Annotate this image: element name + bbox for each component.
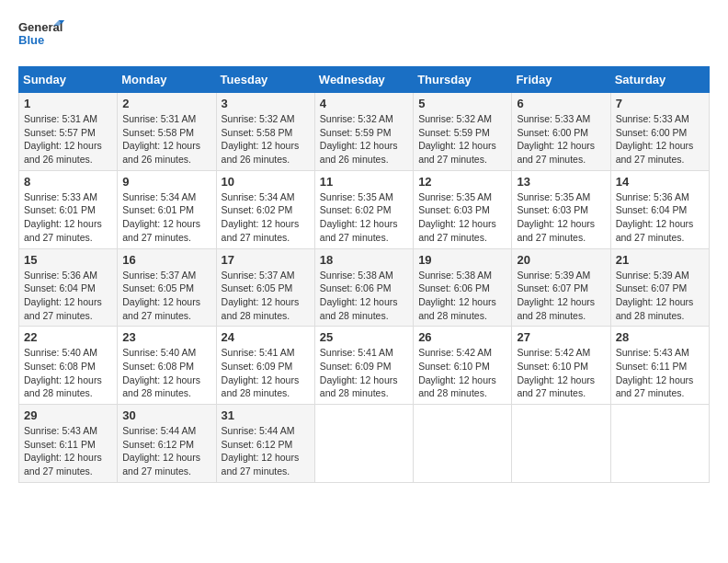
weekday-header: Sunday [19,67,118,93]
calendar-table: SundayMondayTuesdayWednesdayThursdayFrid… [18,66,710,483]
day-info: Sunrise: 5:36 AMSunset: 6:04 PMDaylight:… [616,190,704,245]
day-info: Sunrise: 5:31 AMSunset: 5:57 PMDaylight:… [24,112,112,167]
calendar-cell: 22Sunrise: 5:40 AMSunset: 6:08 PMDayligh… [19,327,118,405]
calendar-cell: 27Sunrise: 5:42 AMSunset: 6:10 PMDayligh… [512,327,610,405]
logo: General Blue [18,18,64,57]
calendar-cell: 28Sunrise: 5:43 AMSunset: 6:11 PMDayligh… [610,327,709,405]
day-number: 23 [122,330,210,344]
day-info: Sunrise: 5:44 AMSunset: 6:12 PMDaylight:… [222,424,310,478]
day-info: Sunrise: 5:40 AMSunset: 6:08 PMDaylight:… [24,346,112,400]
calendar-cell: 13Sunrise: 5:35 AMSunset: 6:03 PMDayligh… [512,170,610,248]
day-number: 15 [24,253,112,267]
calendar-week-row: 29Sunrise: 5:43 AMSunset: 6:11 PMDayligh… [19,405,710,483]
calendar-cell: 1Sunrise: 5:31 AMSunset: 5:57 PMDaylight… [19,93,118,171]
weekday-header: Monday [118,67,216,93]
svg-text:General: General [18,20,63,34]
weekday-header: Tuesday [216,67,314,93]
calendar-cell: 7Sunrise: 5:33 AMSunset: 6:00 PMDaylight… [610,93,709,171]
day-number: 16 [122,253,210,267]
weekday-header: Saturday [610,67,709,93]
calendar-week-row: 8Sunrise: 5:33 AMSunset: 6:01 PMDaylight… [19,170,710,248]
day-number: 29 [24,408,112,422]
day-number: 25 [320,330,408,344]
day-number: 2 [122,97,210,110]
calendar-week-row: 15Sunrise: 5:36 AMSunset: 6:04 PMDayligh… [19,248,710,327]
day-info: Sunrise: 5:42 AMSunset: 6:10 PMDaylight:… [517,346,605,400]
day-info: Sunrise: 5:36 AMSunset: 6:04 PMDaylight:… [24,269,112,323]
day-info: Sunrise: 5:35 AMSunset: 6:02 PMDaylight:… [320,190,408,245]
calendar-cell: 14Sunrise: 5:36 AMSunset: 6:04 PMDayligh… [610,170,709,248]
weekday-header: Thursday [414,67,512,93]
day-info: Sunrise: 5:31 AMSunset: 5:58 PMDaylight:… [122,112,210,167]
day-number: 14 [616,175,704,189]
day-info: Sunrise: 5:40 AMSunset: 6:08 PMDaylight:… [122,346,210,400]
calendar-cell: 29Sunrise: 5:43 AMSunset: 6:11 PMDayligh… [19,405,118,483]
day-number: 31 [222,408,310,422]
day-number: 3 [222,97,310,110]
calendar-cell [512,405,610,483]
calendar-cell: 21Sunrise: 5:39 AMSunset: 6:07 PMDayligh… [610,248,709,327]
calendar-cell [610,405,709,483]
day-info: Sunrise: 5:43 AMSunset: 6:11 PMDaylight:… [24,424,112,478]
day-number: 1 [24,97,112,110]
day-info: Sunrise: 5:37 AMSunset: 6:05 PMDaylight:… [122,269,210,323]
day-number: 20 [517,253,605,267]
day-info: Sunrise: 5:39 AMSunset: 6:07 PMDaylight:… [616,269,704,323]
calendar-cell: 3Sunrise: 5:32 AMSunset: 5:58 PMDaylight… [216,93,314,171]
day-number: 28 [616,330,704,344]
calendar-cell: 5Sunrise: 5:32 AMSunset: 5:59 PMDaylight… [414,93,512,171]
calendar-cell: 10Sunrise: 5:34 AMSunset: 6:02 PMDayligh… [216,170,314,248]
day-info: Sunrise: 5:34 AMSunset: 6:01 PMDaylight:… [122,190,210,245]
logo-svg: General Blue [18,18,64,57]
day-info: Sunrise: 5:33 AMSunset: 6:01 PMDaylight:… [24,190,112,245]
day-info: Sunrise: 5:34 AMSunset: 6:02 PMDaylight:… [222,190,310,245]
calendar-cell: 24Sunrise: 5:41 AMSunset: 6:09 PMDayligh… [216,327,314,405]
day-number: 4 [320,97,408,110]
day-info: Sunrise: 5:38 AMSunset: 6:06 PMDaylight:… [320,269,408,323]
day-info: Sunrise: 5:32 AMSunset: 5:58 PMDaylight:… [222,112,310,167]
day-info: Sunrise: 5:35 AMSunset: 6:03 PMDaylight:… [418,190,506,245]
calendar-cell: 11Sunrise: 5:35 AMSunset: 6:02 PMDayligh… [314,170,413,248]
day-number: 9 [122,175,210,189]
day-info: Sunrise: 5:44 AMSunset: 6:12 PMDaylight:… [122,424,210,478]
day-info: Sunrise: 5:42 AMSunset: 6:10 PMDaylight:… [418,346,506,400]
svg-text:Blue: Blue [18,33,44,47]
calendar-cell: 16Sunrise: 5:37 AMSunset: 6:05 PMDayligh… [118,248,216,327]
day-number: 6 [517,97,605,110]
day-number: 24 [222,330,310,344]
calendar-cell: 20Sunrise: 5:39 AMSunset: 6:07 PMDayligh… [512,248,610,327]
day-number: 19 [418,253,506,267]
calendar-cell: 30Sunrise: 5:44 AMSunset: 6:12 PMDayligh… [118,405,216,483]
day-info: Sunrise: 5:32 AMSunset: 5:59 PMDaylight:… [418,112,506,167]
calendar-cell: 19Sunrise: 5:38 AMSunset: 6:06 PMDayligh… [414,248,512,327]
calendar-cell: 15Sunrise: 5:36 AMSunset: 6:04 PMDayligh… [19,248,118,327]
day-number: 5 [418,97,506,110]
calendar-cell: 12Sunrise: 5:35 AMSunset: 6:03 PMDayligh… [414,170,512,248]
calendar-header-row: SundayMondayTuesdayWednesdayThursdayFrid… [19,67,710,93]
day-info: Sunrise: 5:32 AMSunset: 5:59 PMDaylight:… [320,112,408,167]
day-info: Sunrise: 5:41 AMSunset: 6:09 PMDaylight:… [320,346,408,400]
calendar-cell: 25Sunrise: 5:41 AMSunset: 6:09 PMDayligh… [314,327,413,405]
day-info: Sunrise: 5:35 AMSunset: 6:03 PMDaylight:… [517,190,605,245]
calendar-cell: 8Sunrise: 5:33 AMSunset: 6:01 PMDaylight… [19,170,118,248]
day-info: Sunrise: 5:41 AMSunset: 6:09 PMDaylight:… [222,346,310,400]
day-number: 7 [616,97,704,110]
day-number: 11 [320,175,408,189]
calendar-cell: 6Sunrise: 5:33 AMSunset: 6:00 PMDaylight… [512,93,610,171]
day-number: 18 [320,253,408,267]
weekday-header: Wednesday [314,67,413,93]
calendar-cell: 4Sunrise: 5:32 AMSunset: 5:59 PMDaylight… [314,93,413,171]
day-number: 13 [517,175,605,189]
calendar-cell [414,405,512,483]
weekday-header: Friday [512,67,610,93]
day-info: Sunrise: 5:43 AMSunset: 6:11 PMDaylight:… [616,346,704,400]
calendar-week-row: 1Sunrise: 5:31 AMSunset: 5:57 PMDaylight… [19,93,710,171]
day-info: Sunrise: 5:33 AMSunset: 6:00 PMDaylight:… [616,112,704,167]
page-header: General Blue [18,18,710,57]
day-info: Sunrise: 5:39 AMSunset: 6:07 PMDaylight:… [517,269,605,323]
calendar-week-row: 22Sunrise: 5:40 AMSunset: 6:08 PMDayligh… [19,327,710,405]
calendar-cell: 17Sunrise: 5:37 AMSunset: 6:05 PMDayligh… [216,248,314,327]
calendar-cell: 23Sunrise: 5:40 AMSunset: 6:08 PMDayligh… [118,327,216,405]
day-number: 21 [616,253,704,267]
day-number: 12 [418,175,506,189]
